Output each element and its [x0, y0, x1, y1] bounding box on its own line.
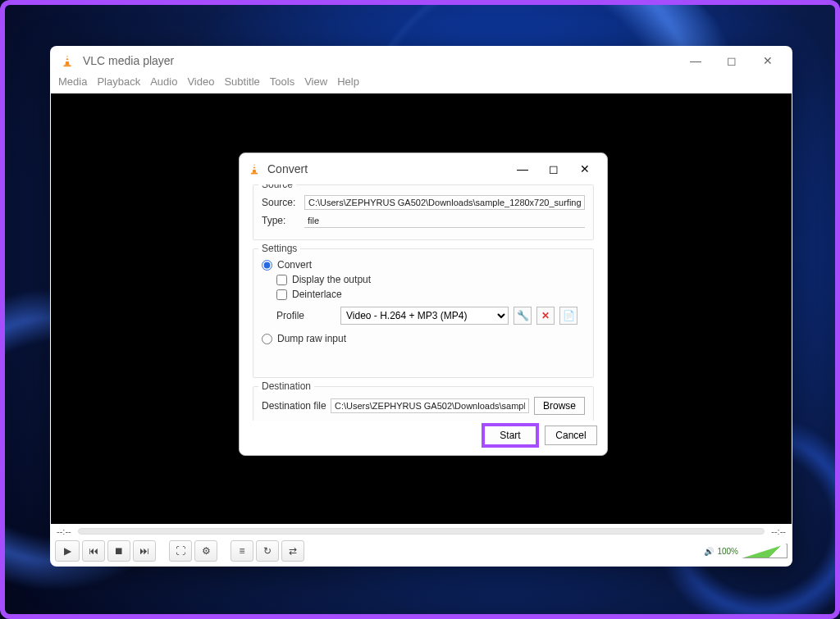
dialog-close-button[interactable]: ✕: [569, 157, 600, 180]
seekbar[interactable]: [78, 528, 765, 535]
type-input[interactable]: [304, 213, 585, 228]
time-elapsed: --:--: [57, 526, 71, 536]
settings-legend: Settings: [258, 243, 300, 254]
source-input[interactable]: [304, 195, 585, 210]
browse-button[interactable]: Browse: [534, 397, 585, 415]
dialog-maximize-button[interactable]: ◻: [538, 157, 569, 180]
window-buttons: — ◻ ✕: [678, 48, 786, 73]
convert-radio[interactable]: [262, 260, 272, 271]
play-button[interactable]: ▶: [55, 540, 80, 562]
vlc-cone-icon: [60, 53, 75, 68]
destination-input[interactable]: [331, 398, 529, 413]
menu-help[interactable]: Help: [334, 75, 363, 93]
type-label: Type:: [262, 215, 299, 226]
deinterlace-checkbox[interactable]: [276, 289, 287, 300]
profile-select[interactable]: Video - H.264 + MP3 (MP4): [340, 307, 509, 325]
menubar: Media Playback Audio Video Subtitle Tool…: [50, 75, 792, 93]
dialog-window-buttons: — ◻ ✕: [507, 157, 600, 180]
time-total: --:--: [771, 526, 786, 536]
svg-rect-6: [253, 166, 256, 167]
menu-tools[interactable]: Tools: [267, 75, 298, 93]
dialog-body: Source Source: Type: Settings Convert Di…: [240, 184, 607, 421]
svg-rect-5: [251, 173, 258, 175]
cancel-button[interactable]: Cancel: [545, 426, 597, 445]
menu-media[interactable]: Media: [55, 75, 90, 93]
loop-button[interactable]: ↻: [256, 540, 279, 562]
dump-raw-radio[interactable]: [262, 334, 272, 344]
menu-video[interactable]: Video: [184, 75, 217, 93]
stop-button[interactable]: ⏹: [107, 540, 130, 562]
menu-view[interactable]: View: [301, 75, 331, 93]
shuffle-button[interactable]: ⇄: [281, 540, 304, 562]
dump-raw-label: Dump raw input: [277, 333, 346, 344]
previous-button[interactable]: ⏮: [82, 540, 105, 562]
display-output-checkbox[interactable]: [276, 275, 287, 285]
menu-subtitle[interactable]: Subtitle: [221, 75, 262, 93]
profile-label: Profile: [276, 310, 336, 321]
speaker-icon: 🔊: [704, 547, 714, 556]
next-button[interactable]: ⏭: [133, 540, 156, 562]
shuffle-icon: ⇄: [289, 545, 297, 557]
minimize-button[interactable]: —: [678, 48, 714, 73]
player-controls: ▶ ⏮ ⏹ ⏭ ⛶ ⚙ ≡ ↻ ⇄ 🔊 100%: [50, 539, 792, 567]
source-group: Source Source: Type:: [253, 184, 594, 240]
prev-icon: ⏮: [89, 545, 98, 557]
playlist-icon: ≡: [239, 545, 244, 557]
vlc-cone-icon: [248, 162, 261, 175]
menu-audio[interactable]: Audio: [147, 75, 180, 93]
volume-percent: 100%: [717, 547, 738, 556]
window-title: VLC media player: [83, 54, 174, 67]
new-icon: 📄: [563, 310, 575, 321]
maximize-button[interactable]: ◻: [714, 48, 750, 73]
volume-slider[interactable]: [742, 544, 788, 558]
deinterlace-label: Deinterlace: [292, 289, 342, 300]
dialog-minimize-button[interactable]: —: [507, 157, 538, 180]
dialog-titlebar[interactable]: Convert — ◻ ✕: [240, 153, 607, 184]
destination-legend: Destination: [258, 380, 314, 392]
svg-rect-7: [253, 168, 256, 170]
extended-settings-button[interactable]: ⚙: [194, 540, 217, 562]
fullscreen-icon: ⛶: [176, 545, 185, 557]
fullscreen-button[interactable]: ⛶: [169, 540, 192, 562]
delete-profile-button[interactable]: ✕: [536, 307, 555, 325]
destination-group: Destination Destination file: Browse: [253, 386, 594, 421]
titlebar[interactable]: VLC media player — ◻ ✕: [50, 46, 792, 75]
volume-control[interactable]: 🔊 100%: [704, 544, 788, 558]
playlist-button[interactable]: ≡: [231, 540, 253, 562]
seekbar-row: --:-- --:--: [50, 524, 792, 539]
next-icon: ⏭: [139, 545, 149, 557]
svg-rect-2: [66, 57, 68, 59]
dialog-footer: Start Cancel: [240, 421, 607, 455]
wrench-icon: 🔧: [517, 310, 529, 321]
loop-icon: ↻: [263, 545, 272, 557]
convert-radio-label: Convert: [277, 259, 312, 271]
start-button[interactable]: Start: [484, 426, 536, 445]
stop-icon: ⏹: [114, 545, 124, 557]
dialog-title: Convert: [267, 162, 308, 175]
destination-label: Destination file:: [262, 400, 326, 412]
new-profile-button[interactable]: 📄: [559, 307, 578, 325]
source-label: Source:: [262, 197, 299, 208]
svg-rect-3: [66, 60, 69, 61]
settings-group: Settings Convert Display the output Dein…: [253, 248, 594, 378]
close-button[interactable]: ✕: [750, 48, 786, 73]
delete-icon: ✕: [541, 310, 550, 321]
display-output-label: Display the output: [292, 274, 371, 285]
edit-profile-button[interactable]: 🔧: [514, 307, 532, 325]
menu-playback[interactable]: Playback: [94, 75, 144, 93]
svg-rect-1: [64, 65, 71, 66]
play-icon: ▶: [64, 545, 71, 557]
source-legend: Source: [258, 184, 296, 190]
settings-icon: ⚙: [202, 545, 211, 557]
convert-dialog: Convert — ◻ ✕ Source Source: Type: Setti…: [239, 152, 608, 456]
